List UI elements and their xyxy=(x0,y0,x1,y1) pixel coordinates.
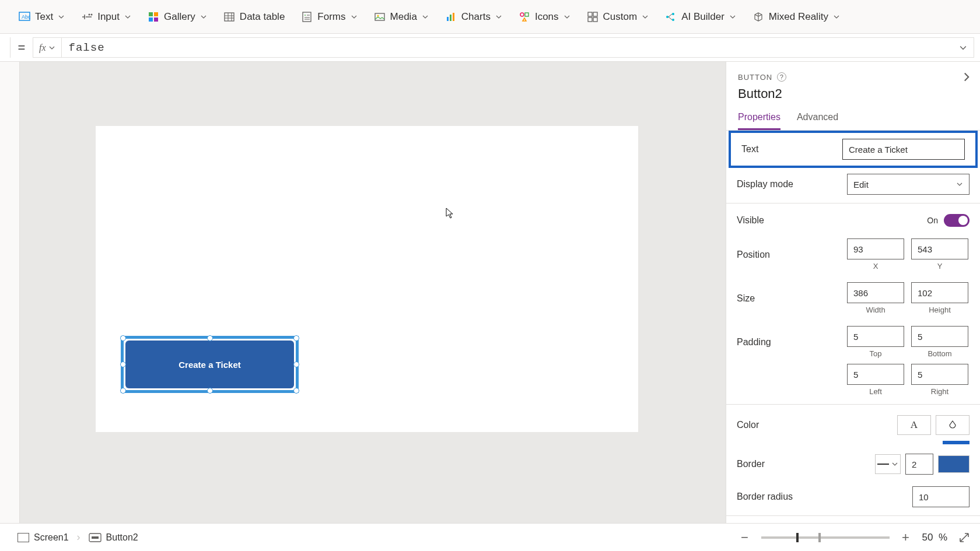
ribbon-datatable[interactable]: Data table xyxy=(215,0,293,33)
fullscreen-icon[interactable] xyxy=(958,531,971,544)
ribbon-icons[interactable]: Icons xyxy=(510,0,579,33)
padding-top-input[interactable] xyxy=(847,326,904,347)
breadcrumb-control[interactable]: Button2 xyxy=(80,529,146,546)
zoom-thumb[interactable] xyxy=(796,533,799,542)
svg-point-16 xyxy=(520,13,524,16)
resize-handle[interactable] xyxy=(207,388,213,394)
chevron-down-icon xyxy=(422,13,429,20)
size-height-input[interactable] xyxy=(911,282,968,303)
ribbon-mixedreality[interactable]: Mixed Reality xyxy=(744,0,848,33)
ribbon-label: Charts xyxy=(461,11,491,23)
visible-toggle[interactable] xyxy=(944,214,970,227)
prop-text-input[interactable] xyxy=(842,139,965,160)
ribbon-charts[interactable]: Charts xyxy=(437,0,510,33)
prop-displaymode-select[interactable]: Edit xyxy=(847,174,970,195)
prop-size-row: Size Width Height xyxy=(726,276,980,320)
border-width-input[interactable] xyxy=(905,454,933,475)
ribbon-label: Input xyxy=(97,11,120,23)
svg-rect-21 xyxy=(593,17,597,22)
prop-borderradius-label: Border radius xyxy=(737,492,847,502)
resize-handle[interactable] xyxy=(293,388,299,394)
padding-bottom-input[interactable] xyxy=(911,326,968,347)
border-color-swatch[interactable] xyxy=(938,455,970,473)
ribbon-label: AI Builder xyxy=(681,11,724,23)
ribbon-custom[interactable]: Custom xyxy=(579,0,657,33)
ribbon-label: Mixed Reality xyxy=(769,11,828,23)
prop-position-row: Position X Y xyxy=(726,233,980,276)
resize-handle[interactable] xyxy=(120,335,126,341)
resize-handle[interactable] xyxy=(293,362,299,367)
canvas-button[interactable]: Create a Ticket xyxy=(125,341,294,388)
control-type: BUTTON xyxy=(738,73,772,82)
ribbon-stub-left xyxy=(2,0,10,33)
position-x-input[interactable] xyxy=(847,238,904,259)
padding-right-sublabel: Right xyxy=(931,387,949,396)
fill-color-button[interactable] xyxy=(936,415,970,435)
toggle-value: On xyxy=(927,216,938,225)
selected-button-frame[interactable]: Create a Ticket xyxy=(121,336,299,393)
chevron-down-icon xyxy=(956,181,963,188)
icons-icon xyxy=(519,11,530,23)
tab-advanced[interactable]: Advanced xyxy=(797,112,838,130)
chevron-down-icon xyxy=(642,13,649,20)
ribbon-aibuilder[interactable]: AI Builder xyxy=(657,0,744,33)
resize-handle[interactable] xyxy=(120,362,126,367)
ribbon-media[interactable]: Media xyxy=(366,0,437,33)
aibuilder-icon xyxy=(665,11,677,23)
svg-rect-14 xyxy=(450,15,452,21)
canvas-area[interactable]: Create a Ticket xyxy=(20,62,726,523)
padding-left-sublabel: Left xyxy=(869,387,882,396)
padding-right-input[interactable] xyxy=(911,364,968,385)
resize-handle[interactable] xyxy=(293,335,299,341)
border-style-select[interactable] xyxy=(875,454,901,474)
prop-visible-label: Visible xyxy=(737,215,847,226)
datatable-icon xyxy=(223,11,235,23)
formula-fx-button[interactable]: fx xyxy=(33,37,61,58)
props-header: BUTTON ? Button2 xyxy=(726,62,980,104)
ribbon-text[interactable]: Abc Text xyxy=(10,0,73,33)
padding-top-sublabel: Top xyxy=(870,349,882,358)
prop-padding-row: Padding Top Bottom xyxy=(726,320,980,364)
svg-rect-6 xyxy=(149,17,153,22)
svg-rect-9 xyxy=(303,12,311,22)
border-radius-input[interactable] xyxy=(912,486,970,507)
size-width-input[interactable] xyxy=(847,282,904,303)
tab-properties[interactable]: Properties xyxy=(738,112,780,130)
formula-equals[interactable]: = xyxy=(10,40,33,55)
canvas-screen[interactable]: Create a Ticket xyxy=(96,126,638,432)
ribbon-label: Media xyxy=(390,11,417,23)
ribbon-input[interactable]: Input xyxy=(73,0,139,33)
zoom-number: 50 xyxy=(922,532,933,543)
svg-text:Abc: Abc xyxy=(22,14,30,20)
svg-point-10 xyxy=(304,15,306,16)
zoom-out-button[interactable]: − xyxy=(739,530,751,545)
help-icon[interactable]: ? xyxy=(777,72,786,82)
formula-input[interactable]: false xyxy=(61,37,974,58)
zoom-in-button[interactable]: + xyxy=(900,530,912,545)
ribbon-label: Data table xyxy=(240,11,285,23)
zoom-controls: − + 50 % xyxy=(739,530,971,545)
breadcrumb-screen[interactable]: Screen1 xyxy=(9,529,77,546)
chevron-down-icon xyxy=(124,13,131,20)
zoom-value: 50 % xyxy=(922,532,948,543)
resize-handle[interactable] xyxy=(120,388,126,394)
svg-point-24 xyxy=(672,19,674,21)
chevron-down-icon xyxy=(729,13,736,20)
ribbon-gallery[interactable]: Gallery xyxy=(139,0,215,33)
font-color-button[interactable]: A xyxy=(897,415,931,435)
position-y-input[interactable] xyxy=(911,238,968,259)
zoom-slider[interactable] xyxy=(761,536,890,539)
svg-rect-18 xyxy=(588,12,592,16)
ribbon-label: Icons xyxy=(535,11,559,23)
resize-handle[interactable] xyxy=(207,335,213,341)
svg-rect-20 xyxy=(588,17,592,22)
padding-left-input[interactable] xyxy=(847,364,904,385)
prop-visible-row: Visible On xyxy=(726,203,980,233)
breadcrumb-control-label: Button2 xyxy=(106,532,138,543)
formula-expand-chevron[interactable] xyxy=(960,45,967,50)
chevron-down-icon xyxy=(351,13,358,20)
ribbon-forms[interactable]: Forms xyxy=(293,0,365,33)
chevron-down-icon xyxy=(495,13,502,20)
panel-collapse-chevron[interactable] xyxy=(964,72,970,82)
chevron-down-icon xyxy=(200,13,207,20)
